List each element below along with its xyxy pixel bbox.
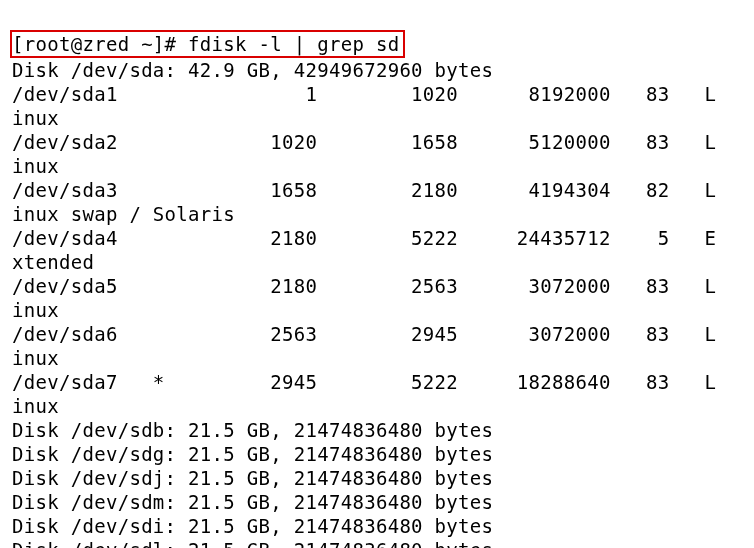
partition-row: /dev/sda1 1 1020 8192000 83 L: [12, 82, 744, 106]
disk-line: Disk /dev/sdm: 21.5 GB, 21474836480 byte…: [12, 490, 744, 514]
partition-row: /dev/sda7 * 2945 5222 18288640 83 L: [12, 370, 744, 394]
partition-row: inux: [12, 298, 744, 322]
disk-line: Disk /dev/sdl: 21.5 GB, 21474836480 byte…: [12, 538, 744, 548]
partition-row: /dev/sda4 2180 5222 24435712 5 E: [12, 226, 744, 250]
partition-row: inux: [12, 154, 744, 178]
partition-row: inux: [12, 346, 744, 370]
disk-line: Disk /dev/sdb: 21.5 GB, 21474836480 byte…: [12, 418, 744, 442]
partition-row: inux: [12, 394, 744, 418]
disk-line: Disk /dev/sdi: 21.5 GB, 21474836480 byte…: [12, 514, 744, 538]
partition-row: inux swap / Solaris: [12, 202, 744, 226]
command-highlight: [root@zred ~]# fdisk -l | grep sd: [10, 30, 405, 58]
partition-row: /dev/sda2 1020 1658 5120000 83 L: [12, 130, 744, 154]
disk-line: Disk /dev/sdj: 21.5 GB, 21474836480 byte…: [12, 466, 744, 490]
partition-row: /dev/sda6 2563 2945 3072000 83 L: [12, 322, 744, 346]
partition-row: /dev/sda3 1658 2180 4194304 82 L: [12, 178, 744, 202]
disk-line: Disk /dev/sdg: 21.5 GB, 21474836480 byte…: [12, 442, 744, 466]
disk-line: Disk /dev/sda: 42.9 GB, 42949672960 byte…: [12, 58, 744, 82]
partition-row: /dev/sda5 2180 2563 3072000 83 L: [12, 274, 744, 298]
command-line: [root@zred ~]# fdisk -l | grep sd: [12, 32, 744, 58]
partition-row: xtended: [12, 250, 744, 274]
terminal-output: [root@zred ~]# fdisk -l | grep sdDisk /d…: [0, 0, 754, 548]
partition-row: inux: [12, 106, 744, 130]
